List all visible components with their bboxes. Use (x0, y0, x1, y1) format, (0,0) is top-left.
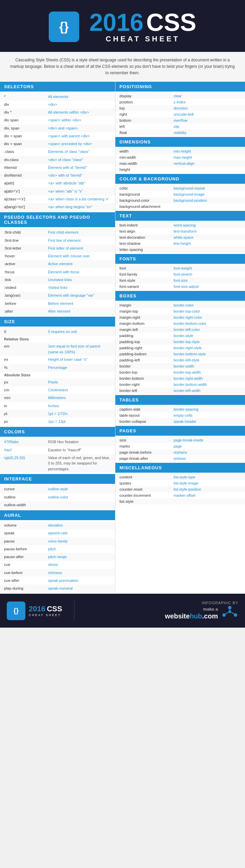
list-item: div, span<div> and <span> (0, 124, 115, 132)
list-item: padding-bottomborder-bottom-style (115, 351, 245, 357)
right-column: POSITIONING displayclear positionz-index… (115, 82, 245, 594)
list-item: rightunicode-bidi (115, 111, 245, 117)
list-item: margin-topborder-top-color (115, 308, 245, 314)
header-year: 2016 (89, 10, 143, 35)
list-item: cue-afterspeak-punctuation (0, 577, 115, 585)
aural-body: volumeelevation speakspeech-rate pausevo… (0, 520, 115, 594)
list-item: rgb(0,25,50)Value of each of red, green,… (0, 454, 115, 473)
list-item: pt1pt = 1/72in (0, 410, 115, 418)
list-item: page-break-afterwidows (115, 455, 245, 461)
aural-header: AURAL (0, 510, 115, 520)
list-item: padding-leftborder-left-style (115, 357, 245, 363)
list-item: border-rightborder-bottom-width (115, 381, 245, 388)
positioning-body: displayclear positionz-index topdirectio… (115, 92, 245, 137)
footer-logo-text: 2016 CSS CHEAT SHEET (29, 605, 62, 617)
list-item: pxPixels (0, 378, 115, 386)
size-header: SIZE (0, 317, 115, 327)
tables-header: TABLES (115, 395, 245, 405)
list-item: topdirection (115, 105, 245, 111)
list-item: :afterAfter element (0, 308, 115, 315)
list-item: a[attr]<a> with attribute "attr" (0, 179, 115, 187)
pseudo-header: PSEUDO SELECTORS AND PSEUDO CLASSES (0, 212, 115, 227)
header-title-block: 2016 CSS CHEAT SHEET (89, 10, 196, 43)
list-item: border-topborder-top-width (115, 369, 245, 375)
list-item: inInches (0, 402, 115, 410)
list-item: background-colorbackground-position (115, 197, 245, 203)
list-item: a[class~='x']<a> when class is a list co… (0, 195, 115, 203)
footer-year-css: 2016 CSS (29, 605, 62, 613)
list-item: font-familyfont-stretch (115, 271, 245, 277)
list-item: counter-incrementmarker-offset (115, 492, 245, 498)
list-item: list-style (115, 498, 245, 505)
list-item: #itemidElement with id "itemid" (0, 164, 115, 172)
list-item: :lang(var)Element with language "var" (0, 292, 115, 299)
list-item: font-stylefont-size (115, 277, 245, 283)
main-content: SELECTORS *All elements div<div> div *Al… (0, 82, 245, 594)
list-item: caption-sideborder-spacing (115, 406, 245, 412)
list-item: cuestress (0, 561, 115, 569)
dimensions-header: DIMENSIONS (115, 137, 245, 147)
svg-line-5 (225, 612, 228, 614)
list-item: div > span<span> with parent <div> (0, 132, 115, 140)
list-item: markspage (115, 443, 245, 449)
boxes-header: BOXES (115, 291, 245, 301)
text-body: text-indentword-spacing text-aligntext-t… (115, 221, 245, 254)
footer-subtitle: CHEAT SHEET (29, 613, 62, 617)
size-body: 00 requires no unit Relative Sizes em1em… (0, 327, 115, 427)
list-item: div<div> (0, 101, 115, 108)
list-item: border-leftborder-left-width (115, 388, 245, 394)
page-header: {} 2016 CSS CHEAT SHEET (0, 0, 245, 52)
list-item: text-aligntext-transform (115, 228, 245, 234)
list-item: div *All elements within <div> (0, 108, 115, 116)
footer-logo-icon: {} (7, 601, 25, 620)
color-bg-body: colorbackground-repeat backgroundbackgro… (115, 184, 245, 211)
list-item: positionz-index (115, 99, 245, 105)
list-item: table-layoutempty-cells (115, 412, 245, 418)
header-logo: {} (49, 12, 79, 42)
list-item: padding-topborder-top-style (115, 339, 245, 345)
list-item: leftclip (115, 123, 245, 130)
list-item: paddingborder-style (115, 333, 245, 339)
list-item: div span<span> within <div> (0, 116, 115, 124)
svg-point-3 (228, 610, 231, 613)
list-item: border-collapsespeak-header (115, 418, 245, 425)
svg-point-0 (228, 606, 231, 609)
list-item: quoteslist-style-image (115, 480, 245, 486)
list-item: play-duringspeak-numeral (0, 585, 115, 592)
list-item: :activeActive element (0, 260, 115, 268)
dimensions-body: widthmin-height min-widthmax-height max-… (115, 147, 245, 174)
list-item: border-bottomborder-right-width (115, 375, 245, 381)
list-item: em1em equal to font size of parent (same… (0, 342, 115, 356)
list-item: borderborder-width (115, 363, 245, 369)
colors-body: #789abcRGB Hex Notation #acfEquates to "… (0, 437, 115, 474)
list-item: text-shadowline-height (115, 240, 245, 246)
list-item: a[lang|='en']<a> when lang begins "en" (0, 203, 115, 211)
list-item: min-widthmax-height (115, 154, 245, 160)
footer-divider (74, 600, 74, 621)
list-item: pause-beforepitch (0, 545, 115, 553)
list-item: 00 requires no unit (0, 328, 115, 336)
selectors-body: *All elements div<div> div *All elements… (0, 92, 115, 213)
misc-body: contentlist-style-type quoteslist-style-… (115, 473, 245, 506)
network-icon (221, 605, 238, 621)
list-item: cursoroutline-style (0, 485, 115, 493)
list-item: padding-rightborder-right-style (115, 345, 245, 351)
list-item: a[attr='x']<a> when "attr" is "x" (0, 188, 115, 195)
list-item: displayclear (115, 93, 245, 99)
footer-right: INFOGRAPHIC BY make a websitehub.com (165, 601, 238, 621)
list-item: .classElements of class "class" (0, 148, 115, 156)
misc-header: MISCELLANEOUS (115, 463, 245, 473)
list-item: mmMillimeters (0, 394, 115, 402)
fonts-header: FONTS (115, 254, 245, 264)
list-item: #acfEquates to "#aaccff" (0, 446, 115, 454)
list-item: contentlist-style-type (115, 474, 245, 480)
list-item: :visitedVisited links (0, 284, 115, 292)
boxes-body: marginborder-color margin-topborder-top-… (115, 301, 245, 395)
list-item: pc1pc = 12pt (0, 418, 115, 426)
positioning-header: POSITIONING (115, 82, 245, 92)
list-item: :focusElement with focus (0, 268, 115, 276)
left-column: SELECTORS *All elements div<div> div *Al… (0, 82, 115, 594)
list-item: marginborder-color (115, 302, 245, 308)
interface-header: INTERFACE (0, 474, 115, 484)
list-item: pause-afterpitch-range (0, 553, 115, 561)
